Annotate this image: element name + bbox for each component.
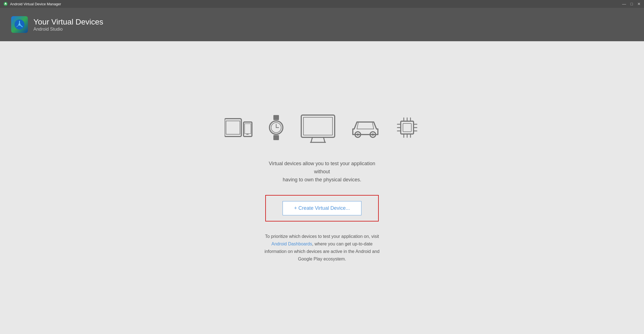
footer-line1: To prioritize which devices to test your… (265, 234, 379, 239)
main-content: Virtual devices allow you to test your a… (0, 41, 644, 334)
description-line1: Virtual devices allow you to test your a… (269, 161, 375, 174)
svg-rect-15 (303, 117, 332, 135)
svg-rect-24 (401, 121, 414, 134)
svg-rect-4 (226, 121, 240, 134)
header-title: Your Virtual Devices (33, 17, 103, 27)
phone-tablet-icon (225, 116, 252, 139)
car-icon (350, 116, 381, 139)
android-studio-logo (11, 16, 28, 33)
header-text: Your Virtual Devices Android Studio (33, 17, 103, 32)
svg-rect-9 (273, 135, 279, 140)
header: Your Virtual Devices Android Studio (0, 8, 644, 41)
close-button[interactable]: ✕ (637, 2, 641, 6)
svg-line-17 (324, 137, 325, 142)
app-window: Android Virtual Device Manager — □ ✕ You… (0, 0, 644, 334)
create-button-highlight: + Create Virtual Device... (265, 195, 378, 221)
footer-text: To prioritize which devices to test your… (264, 233, 381, 263)
minimize-button[interactable]: — (622, 2, 626, 6)
create-virtual-device-button[interactable]: + Create Virtual Device... (283, 201, 361, 215)
footer-line2: , where you can get up-to-date (312, 242, 373, 246)
svg-point-22 (372, 133, 374, 136)
android-dashboards-link[interactable]: Android Dashboards (271, 242, 312, 246)
app-icon (3, 2, 8, 6)
header-subtitle: Android Studio (33, 27, 103, 32)
window-title: Android Virtual Device Manager (10, 2, 61, 6)
svg-rect-3 (225, 119, 241, 136)
footer-line3: information on which devices are active … (264, 249, 380, 254)
svg-rect-25 (403, 123, 411, 132)
title-bar-left: Android Virtual Device Manager (3, 2, 61, 6)
watch-icon (266, 115, 286, 140)
logo-svg (14, 19, 25, 30)
description-text: Virtual devices allow you to test your a… (266, 160, 378, 184)
description-line2: having to own the physical devices. (283, 177, 361, 182)
svg-rect-14 (301, 115, 335, 137)
tv-icon (300, 112, 336, 143)
title-bar: Android Virtual Device Manager — □ ✕ (0, 0, 644, 8)
svg-rect-6 (245, 124, 251, 134)
maximize-button[interactable]: □ (631, 2, 633, 6)
svg-line-16 (311, 137, 312, 142)
footer-line4: Google Play ecosystem. (298, 257, 346, 261)
window-controls: — □ ✕ (622, 2, 641, 6)
svg-rect-8 (273, 115, 279, 120)
chip-icon (395, 115, 420, 140)
svg-point-21 (357, 133, 359, 136)
device-icons-row (225, 112, 420, 143)
